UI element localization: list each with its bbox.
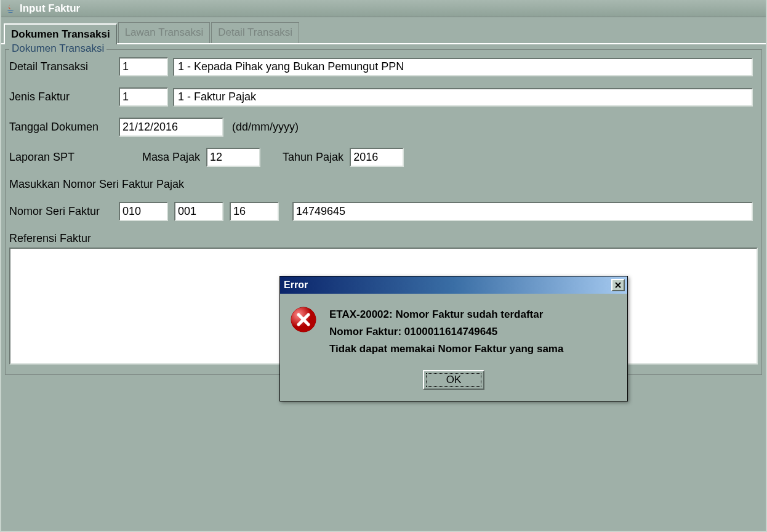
row-jenis-faktur: Jenis Faktur 1 - Faktur Pajak	[9, 87, 758, 107]
label-masa-pajak: Masa Pajak	[142, 151, 200, 164]
row-laporan-spt: Laporan SPT Masa Pajak Tahun Pajak	[9, 148, 758, 167]
java-icon	[5, 3, 16, 14]
label-referensi: Referensi Faktur	[9, 232, 91, 245]
label-date-format: (dd/mm/yyyy)	[232, 121, 299, 134]
row-nomor-seri: Nomor Seri Faktur	[9, 202, 758, 221]
jenis-faktur-selected: 1 - Faktur Pajak	[178, 91, 256, 103]
dialog-line2: Nomor Faktur: 0100011614749645	[329, 323, 563, 341]
detail-transaksi-code-input[interactable]	[119, 57, 168, 76]
label-tanggal-dokumen: Tanggal Dokumen	[9, 121, 115, 134]
detail-transaksi-select[interactable]: 1 - Kepada Pihak yang Bukan Pemungut PPN	[173, 58, 753, 76]
window-title: Input Faktur	[20, 2, 80, 15]
dialog-line1: ETAX-20002: Nomor Faktur sudah terdaftar	[329, 306, 563, 323]
input-faktur-window: Input Faktur Dokumen Transaksi Lawan Tra…	[0, 0, 767, 532]
label-laporan-spt: Laporan SPT	[9, 151, 139, 164]
row-tanggal-dokumen: Tanggal Dokumen (dd/mm/yyyy)	[9, 118, 758, 137]
nsf-part1-input[interactable]	[119, 202, 168, 221]
dialog-ok-button[interactable]: OK	[423, 370, 484, 390]
dialog-titlebar: Error	[280, 276, 627, 294]
error-icon	[290, 306, 317, 333]
masa-pajak-input[interactable]	[206, 148, 260, 167]
tabs: Dokumen Transaksi Lawan Transaksi Detail…	[1, 17, 766, 44]
error-dialog: Error ETAX-20002: Nomor Faktur sudah ter…	[279, 276, 628, 401]
tab-lawan-transaksi[interactable]: Lawan Transaksi	[118, 22, 211, 43]
row-detail-transaksi: Detail Transaksi 1 - Kepada Pihak yang B…	[9, 57, 758, 76]
dialog-body: ETAX-20002: Nomor Faktur sudah terdaftar…	[280, 294, 627, 364]
tab-detail-transaksi[interactable]: Detail Transaksi	[211, 22, 299, 43]
label-tahun-pajak: Tahun Pajak	[283, 151, 343, 164]
jenis-faktur-code-input[interactable]	[119, 87, 168, 107]
tab-dokumen-transaksi[interactable]: Dokumen Transaksi	[4, 23, 117, 44]
jenis-faktur-select[interactable]: 1 - Faktur Pajak	[173, 88, 753, 107]
tanggal-dokumen-input[interactable]	[119, 118, 223, 137]
tahun-pajak-input[interactable]	[350, 148, 404, 167]
label-nomor-seri: Nomor Seri Faktur	[9, 205, 115, 218]
nsf-part4-input[interactable]	[292, 202, 753, 221]
label-detail-transaksi: Detail Transaksi	[9, 60, 115, 73]
close-icon	[614, 281, 622, 289]
dialog-footer: OK	[280, 364, 627, 401]
fieldset-legend: Dokumen Transaksi	[9, 42, 106, 55]
label-jenis-faktur: Jenis Faktur	[9, 91, 115, 103]
dialog-line3: Tidak dapat memakai Nomor Faktur yang sa…	[329, 341, 563, 358]
nsf-part2-input[interactable]	[174, 202, 223, 221]
dialog-title-text: Error	[284, 280, 308, 291]
detail-transaksi-selected: 1 - Kepada Pihak yang Bukan Pemungut PPN	[178, 60, 404, 73]
titlebar: Input Faktur	[1, 0, 766, 17]
label-masukkan-nsf: Masukkan Nomor Seri Faktur Pajak	[9, 178, 184, 191]
dialog-close-button[interactable]	[611, 279, 625, 291]
row-masukkan-nsf: Masukkan Nomor Seri Faktur Pajak	[9, 178, 758, 191]
row-referensi-label: Referensi Faktur	[9, 232, 758, 245]
nsf-part3-input[interactable]	[230, 202, 279, 221]
dialog-message: ETAX-20002: Nomor Faktur sudah terdaftar…	[329, 306, 563, 358]
